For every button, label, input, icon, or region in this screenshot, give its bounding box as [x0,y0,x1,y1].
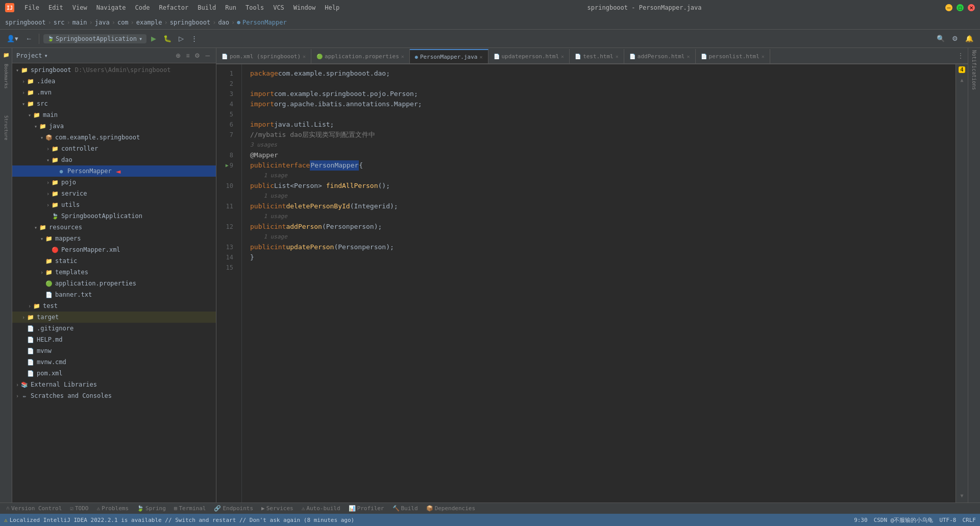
menu-view[interactable]: View [68,3,91,13]
tree-templates[interactable]: › 📁 templates [12,267,216,278]
tree-spring-app[interactable]: 🍃 SpringboootApplication [12,210,216,222]
tree-target[interactable]: › 📁 target [12,312,216,323]
pl-tab-close[interactable]: ✕ [762,54,765,59]
breadcrumb-java[interactable]: java [95,19,110,26]
tab-personmapper[interactable]: ● PersonMapper.java ✕ [410,49,488,63]
tree-service[interactable]: › 📁 service [12,188,216,199]
menu-vcs[interactable]: VCS [269,3,288,13]
toolbar-back-btn[interactable]: ← [23,33,35,44]
tab-test[interactable]: 📄 test.html ✕ [570,49,624,63]
menu-build[interactable]: Build [193,3,220,13]
tree-settings-btn[interactable]: ⚙ [192,51,202,60]
tree-idea[interactable]: › 📁 .idea [12,76,216,87]
menu-run[interactable]: Run [221,3,240,13]
project-icon[interactable]: 📁 [1,50,11,60]
tree-personmapper[interactable]: ● PersonMapper ◄ [12,165,216,177]
project-dropdown-icon[interactable]: ▾ [44,52,48,59]
tab-pom[interactable]: 📄 pom.xml (springbooot) ✕ [216,49,311,63]
tab-updateperson[interactable]: 📄 updateperson.html ✕ [488,49,570,63]
run-config-selector[interactable]: 🍃 SpringboootApplication ▾ [43,34,146,43]
run-button[interactable]: ▶ [149,33,159,44]
tab-appproperties[interactable]: 🟢 application.properties ✕ [311,49,410,63]
tree-mvnw[interactable]: 📄 mvnw [12,345,216,356]
scroll-up[interactable]: ▲ [960,77,963,83]
endpoints-btn[interactable]: 🔗 Endpoints [212,504,255,513]
minimize-button[interactable]: ─ [945,4,952,11]
breadcrumb-dao[interactable]: dao [218,19,229,26]
bookmark-icon[interactable]: Bookmarks [2,62,11,91]
aprop-tab-close[interactable]: ✕ [401,54,404,59]
tree-package[interactable]: ▾ 📦 com.example.springbooot [12,132,216,143]
problems-btn[interactable]: ⚠ Problems [94,504,131,513]
debug-button[interactable]: 🐛 [161,33,174,44]
breadcrumb-src[interactable]: src [54,19,65,26]
menu-tools[interactable]: Tools [241,3,268,13]
tree-banner[interactable]: 📄 banner.txt [12,289,216,300]
tree-pom[interactable]: 📄 pom.xml [12,368,216,379]
tree-mvn[interactable]: › 📁 .mvn [12,87,216,98]
tree-root[interactable]: ▾ 📁 springbooot D:\Users\Admin\springboo… [12,64,216,76]
tree-mvnwcmd[interactable]: 📄 mvnw.cmd [12,356,216,368]
menu-file[interactable]: File [20,3,43,13]
ap-tab-close[interactable]: ✕ [687,54,690,59]
tab-personlist[interactable]: 📄 personlist.html ✕ [696,49,770,63]
menu-refactor[interactable]: Refactor [155,3,192,13]
tree-java[interactable]: ▾ 📁 java [12,121,216,132]
tree-pojo[interactable]: › 📁 pojo [12,177,216,188]
menu-window[interactable]: Window [289,3,320,13]
pm-tab-close[interactable]: ✕ [479,54,482,60]
breadcrumb-com[interactable]: com [117,19,129,26]
code-area[interactable]: package com.example.springbooot.dao; imp… [242,64,955,503]
coverage-button[interactable]: ▷ [176,33,186,44]
notifications-btn[interactable]: 🔔 [963,33,976,44]
breadcrumb-springbooot[interactable]: springbooot [5,19,45,26]
tree-app-properties[interactable]: 🟢 application.properties [12,278,216,289]
status-line-ending[interactable]: CRLF [963,517,976,523]
close-button[interactable]: ✕ [968,4,975,11]
tree-resources[interactable]: ▾ 📁 resources [12,222,216,233]
maximize-button[interactable]: □ [957,4,964,11]
notifications-label[interactable]: Notifications [971,50,977,90]
spring-btn[interactable]: 🍃 Spring [135,504,168,513]
version-control-btn[interactable]: ⑃ Version Control [4,504,64,513]
menu-navigate[interactable]: Navigate [92,3,130,13]
hide-panel-btn[interactable]: ─ [203,51,212,60]
locate-btn[interactable]: ⊕ [174,51,183,60]
tree-utils[interactable]: › 📁 utils [12,199,216,210]
breadcrumb-springbooot2[interactable]: springbooot [170,19,210,26]
menu-help[interactable]: Help [321,3,344,13]
settings-btn[interactable]: ⚙ [949,33,961,44]
more-run-btn[interactable]: ⋮ [188,33,200,44]
tree-ext-libs[interactable]: › 📚 External Libraries [12,379,216,390]
menu-edit[interactable]: Edit [44,3,67,13]
tabs-more-btn[interactable]: ⋮ [953,52,968,59]
breadcrumb-main[interactable]: main [72,19,87,26]
todo-btn[interactable]: ☑ TODO [68,504,90,513]
collapse-all-btn[interactable]: ≡ [184,51,191,60]
scroll-down[interactable]: ▼ [960,493,963,498]
tree-gitignore[interactable]: 📄 .gitignore [12,323,216,334]
breadcrumb-personmapper[interactable]: PersonMapper [242,19,287,26]
tree-help[interactable]: 📄 HELP.md [12,334,216,345]
terminal-btn[interactable]: ⊞ Terminal [172,504,208,513]
tree-personmapper-xml[interactable]: 🔴 PersonMapper.xml [12,244,216,255]
build-btn[interactable]: 🔨 Build [390,504,420,513]
up-tab-close[interactable]: ✕ [561,54,564,59]
pom-tab-close[interactable]: ✕ [303,54,306,59]
tree-static[interactable]: 📁 static [12,255,216,267]
structure-icon[interactable]: Structure [2,113,11,142]
tree-src[interactable]: ▾ 📁 src [12,98,216,109]
warning-count[interactable]: 4 [959,66,965,73]
test-tab-close[interactable]: ✕ [616,54,619,59]
tree-main[interactable]: ▾ 📁 main [12,109,216,121]
profiler-btn[interactable]: 📊 Profiler [347,504,386,513]
menu-code[interactable]: Code [131,3,154,13]
editor[interactable]: 1 2 3 4 5 6 7 8 ▶9 10 11 12 13 14 15 [216,64,968,503]
tree-dao[interactable]: ▾ 📁 dao [12,154,216,165]
toolbar-user-btn[interactable]: 👤▾ [4,33,21,44]
auto-build-btn[interactable]: ⚠ Auto-build [300,504,342,513]
tab-addperson[interactable]: 📄 addPerson.html ✕ [624,49,696,63]
breadcrumb-example[interactable]: example [136,19,162,26]
tree-scratches[interactable]: › ✏ Scratches and Consoles [12,390,216,401]
tree-controller[interactable]: › 📁 controller [12,143,216,154]
